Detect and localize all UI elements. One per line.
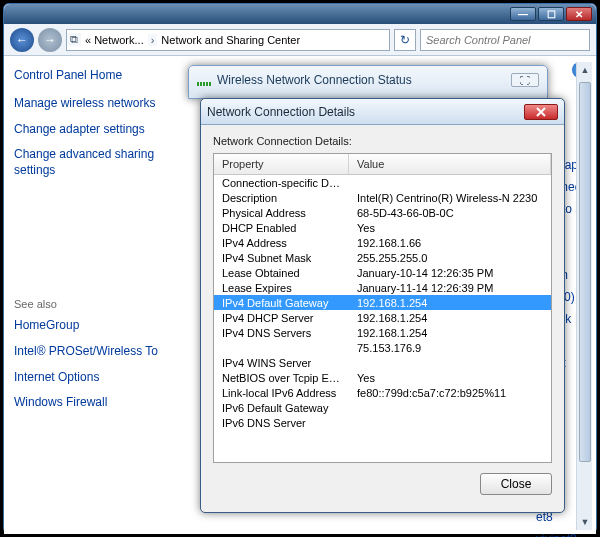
listview-header[interactable]: Property Value: [214, 154, 551, 175]
row-property: Lease Expires: [214, 282, 349, 294]
details-row[interactable]: Lease ObtainedJanuary-10-14 12:26:35 PM: [214, 265, 551, 280]
control-panel-home-link[interactable]: Control Panel Home: [14, 68, 174, 82]
sidebar-seealso-homegroup[interactable]: HomeGroup: [14, 318, 174, 334]
breadcrumb-sep: ›: [148, 34, 158, 46]
scrollbar-thumb[interactable]: [579, 82, 591, 462]
details-row[interactable]: IPv6 DNS Server: [214, 415, 551, 430]
details-row[interactable]: IPv4 Default Gateway192.168.1.254: [214, 295, 551, 310]
main-link-fragment[interactable]: vivinet8: [536, 530, 584, 537]
row-value: Yes: [349, 222, 551, 234]
details-row[interactable]: Connection-specific DN...: [214, 175, 551, 190]
row-property: NetBIOS over Tcpip En...: [214, 372, 349, 384]
row-property: IPv4 Default Gateway: [214, 297, 349, 309]
sidebar-link-wireless[interactable]: Manage wireless networks: [14, 96, 174, 112]
row-property: IPv6 Default Gateway: [214, 402, 349, 414]
minimize-button[interactable]: —: [510, 7, 536, 21]
details-row[interactable]: NetBIOS over Tcpip En...Yes: [214, 370, 551, 385]
details-row[interactable]: Lease ExpiresJanuary-11-14 12:26:39 PM: [214, 280, 551, 295]
details-row[interactable]: Link-local IPv6 Addressfe80::799d:c5a7:c…: [214, 385, 551, 400]
row-value: January-11-14 12:26:39 PM: [349, 282, 551, 294]
details-row[interactable]: IPv6 Default Gateway: [214, 400, 551, 415]
signal-icon: [197, 74, 211, 86]
details-titlebar: Network Connection Details: [201, 99, 564, 125]
sidebar: Control Panel Home Manage wireless netwo…: [4, 56, 184, 534]
details-row[interactable]: Physical Address68-5D-43-66-0B-0C: [214, 205, 551, 220]
details-row[interactable]: 75.153.176.9: [214, 340, 551, 355]
details-body-label: Network Connection Details:: [213, 135, 552, 147]
details-close-button[interactable]: [524, 104, 558, 120]
back-button[interactable]: ←: [10, 28, 34, 52]
row-value: 255.255.255.0: [349, 252, 551, 264]
row-property: IPv4 WINS Server: [214, 357, 349, 369]
row-value: 75.153.176.9: [349, 342, 551, 354]
sidebar-link-adapter[interactable]: Change adapter settings: [14, 122, 174, 138]
refresh-button[interactable]: ↻: [394, 29, 416, 51]
row-property: IPv6 DNS Server: [214, 417, 349, 429]
maximize-button[interactable]: ☐: [538, 7, 564, 21]
sidebar-seealso-firewall[interactable]: Windows Firewall: [14, 395, 174, 411]
row-value: Intel(R) Centrino(R) Wireless-N 2230: [349, 192, 551, 204]
details-row[interactable]: IPv4 Address192.168.1.66: [214, 235, 551, 250]
breadcrumb-current[interactable]: Network and Sharing Center: [157, 34, 304, 46]
row-value: Yes: [349, 372, 551, 384]
row-property: Connection-specific DN...: [214, 177, 349, 189]
row-property: Lease Obtained: [214, 267, 349, 279]
details-row[interactable]: IPv4 DHCP Server192.168.1.254: [214, 310, 551, 325]
row-property: IPv4 Address: [214, 237, 349, 249]
search-input[interactable]: [420, 29, 590, 51]
close-button[interactable]: Close: [480, 473, 552, 495]
column-value[interactable]: Value: [349, 154, 551, 174]
details-row[interactable]: IPv4 DNS Servers192.168.1.254: [214, 325, 551, 340]
wireless-status-close[interactable]: ⛶: [511, 73, 539, 87]
close-button[interactable]: ✕: [566, 7, 592, 21]
sidebar-seealso-internet[interactable]: Internet Options: [14, 370, 174, 386]
sidebar-seealso-intel[interactable]: Intel® PROSet/Wireless To: [14, 344, 174, 360]
details-row[interactable]: DHCP EnabledYes: [214, 220, 551, 235]
wireless-status-title: Wireless Network Connection Status: [217, 73, 412, 87]
scrollbar-up[interactable]: ▲: [577, 62, 593, 78]
vertical-scrollbar[interactable]: ▲ ▼: [576, 62, 592, 530]
details-row[interactable]: DescriptionIntel(R) Centrino(R) Wireless…: [214, 190, 551, 205]
row-value: 192.168.1.254: [349, 327, 551, 339]
row-property: DHCP Enabled: [214, 222, 349, 234]
row-property: IPv4 DHCP Server: [214, 312, 349, 324]
row-property: Link-local IPv6 Address: [214, 387, 349, 399]
forward-button[interactable]: →: [38, 28, 62, 52]
row-property: Physical Address: [214, 207, 349, 219]
row-value: January-10-14 12:26:35 PM: [349, 267, 551, 279]
sidebar-link-advanced[interactable]: Change advanced sharing settings: [14, 147, 174, 178]
row-value: fe80::799d:c5a7:c72:b925%11: [349, 387, 551, 399]
row-value: 192.168.1.254: [349, 312, 551, 324]
row-value: 68-5D-43-66-0B-0C: [349, 207, 551, 219]
nav-toolbar: ← → ⧉ « Network... › Network and Sharing…: [4, 24, 596, 56]
column-property[interactable]: Property: [214, 154, 349, 174]
row-value: 192.168.1.66: [349, 237, 551, 249]
row-value: 192.168.1.254: [349, 297, 551, 309]
close-icon: [536, 107, 546, 117]
row-property: IPv4 Subnet Mask: [214, 252, 349, 264]
details-title: Network Connection Details: [207, 105, 355, 119]
connection-details-dialog: Network Connection Details Network Conne…: [200, 98, 565, 513]
details-row[interactable]: IPv4 WINS Server: [214, 355, 551, 370]
details-listview[interactable]: Property Value Connection-specific DN...…: [213, 153, 552, 463]
outer-titlebar: — ☐ ✕: [4, 4, 596, 24]
details-row[interactable]: IPv4 Subnet Mask255.255.255.0: [214, 250, 551, 265]
row-property: Description: [214, 192, 349, 204]
see-also-label: See also: [14, 298, 174, 310]
address-bar[interactable]: ⧉ « Network... › Network and Sharing Cen…: [66, 29, 390, 51]
scrollbar-down[interactable]: ▼: [577, 514, 593, 530]
row-property: IPv4 DNS Servers: [214, 327, 349, 339]
breadcrumb-prefix[interactable]: « Network...: [81, 34, 148, 46]
wireless-status-window: Wireless Network Connection Status ⛶: [188, 65, 548, 99]
